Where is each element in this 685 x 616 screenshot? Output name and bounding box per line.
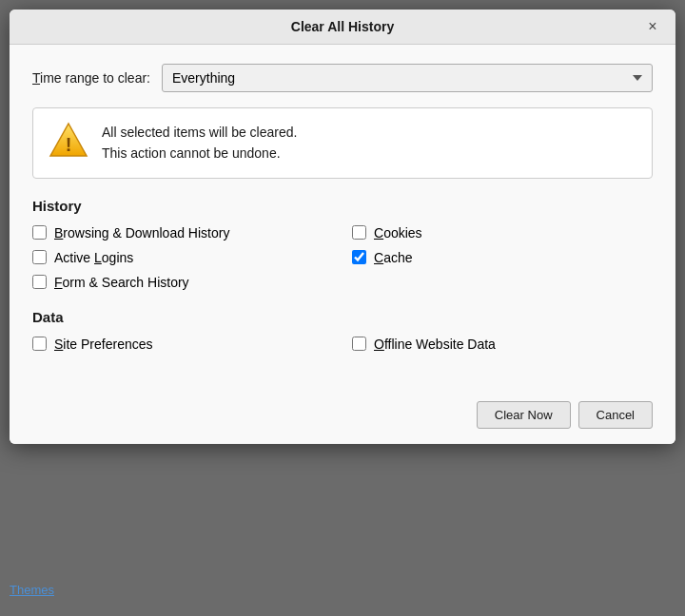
checkbox-site-prefs-label: Site Preferences [54, 337, 153, 352]
time-range-select[interactable]: Last Hour Last Two Hours Last Four Hours… [162, 64, 653, 92]
checkbox-form-search-label: Form & Search History [54, 275, 189, 290]
warning-line2: This action cannot be undone. [102, 143, 297, 164]
checkbox-offline-data[interactable]: Offline Website Data [352, 337, 653, 352]
checkbox-offline-data-label: Offline Website Data [374, 337, 496, 352]
dialog-body: Time range to clear: Last Hour Last Two … [10, 45, 675, 390]
warning-text: All selected items will be cleared. This… [102, 122, 297, 164]
clear-now-button[interactable]: Clear Now [477, 401, 571, 429]
data-section: Data Site Preferences Offline Website Da… [32, 309, 653, 352]
time-range-row: Time range to clear: Last Hour Last Two … [32, 64, 653, 92]
checkbox-browsing-input[interactable] [32, 225, 47, 240]
warning-box: ! All selected items will be cleared. Th… [32, 107, 653, 179]
themes-link[interactable]: Themes [10, 583, 54, 597]
svg-text:!: ! [66, 134, 72, 155]
checkbox-active-logins[interactable]: Active Logins [32, 250, 333, 265]
data-section-title: Data [32, 309, 653, 325]
history-section: History Browsing & Download History Cook… [32, 198, 653, 290]
checkbox-cookies-label: Cookies [374, 225, 422, 241]
checkbox-form-search[interactable]: Form & Search History [32, 275, 333, 290]
clear-history-dialog: Clear All History × Time range to clear:… [10, 10, 675, 444]
data-checkbox-grid: Site Preferences Offline Website Data [32, 337, 653, 352]
checkbox-offline-data-input[interactable] [352, 337, 366, 351]
dialog-header: Clear All History × [10, 10, 675, 45]
checkbox-active-logins-label: Active Logins [54, 250, 133, 265]
history-checkbox-grid: Browsing & Download History Cookies Acti… [32, 225, 653, 290]
dialog-title: Clear All History [291, 19, 394, 34]
checkbox-site-prefs-input[interactable] [32, 337, 47, 351]
checkbox-cache-label: Cache [374, 250, 412, 265]
checkbox-site-prefs[interactable]: Site Preferences [32, 337, 333, 352]
history-section-title: History [32, 198, 653, 214]
warning-icon: ! [49, 122, 88, 161]
cancel-button[interactable]: Cancel [578, 401, 653, 429]
time-range-label: Time range to clear: [32, 70, 150, 86]
checkbox-cache-input[interactable] [352, 250, 366, 264]
warning-line1: All selected items will be cleared. [102, 122, 297, 143]
close-button[interactable]: × [641, 15, 664, 38]
dialog-footer: Clear Now Cancel [10, 390, 675, 444]
checkbox-browsing-label: Browsing & Download History [54, 225, 229, 241]
checkbox-active-logins-input[interactable] [32, 250, 47, 264]
checkbox-form-search-input[interactable] [32, 275, 47, 289]
checkbox-browsing[interactable]: Browsing & Download History [32, 225, 333, 241]
checkbox-cookies-input[interactable] [352, 225, 366, 240]
checkbox-cache[interactable]: Cache [352, 250, 653, 265]
checkbox-cookies[interactable]: Cookies [352, 225, 653, 241]
